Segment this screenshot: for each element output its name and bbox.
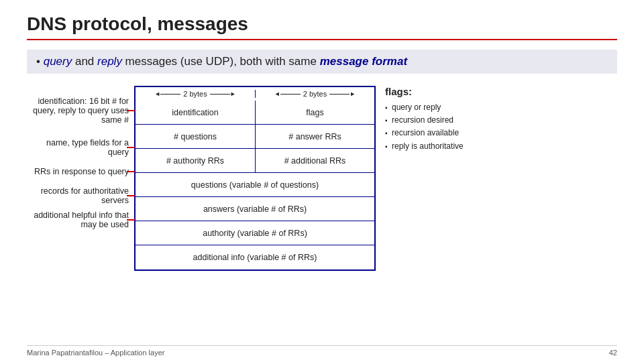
arrow-left2: ◄ <box>274 90 301 97</box>
arrow-left-head2: ◄ <box>274 90 280 97</box>
right-arrow-line2 <box>329 94 350 95</box>
bytes-header-right: ◄ 2 bytes ► <box>255 90 374 98</box>
label-rrs: RRs in response to query <box>27 160 134 184</box>
table-row-4: questions (variable # of questions) <box>136 173 374 197</box>
slide-title: DNS protocol, messages <box>27 13 617 40</box>
label-records: records for authoritative servers <box>27 184 134 208</box>
cell-authority-variable: authority (variable # of RRs) <box>136 221 374 245</box>
table-row-3: # authority RRs # additional RRs <box>136 149 374 173</box>
bytes-left-label: 2 bytes <box>183 90 207 98</box>
bullet-and: and <box>72 55 97 68</box>
right-arrow-line-small <box>210 94 230 95</box>
cell-questions-variable: questions (variable # of questions) <box>136 173 374 196</box>
cell-answers-variable: answers (variable # of RRs) <box>136 197 374 221</box>
arrow-right-head2: ► <box>350 90 356 97</box>
flag-item-3: recursion available <box>385 127 519 139</box>
label-name-text: name, type fields for a query <box>27 138 129 157</box>
cell-additional-rrs: # additional RRs <box>255 149 374 172</box>
cell-additional-variable: additional info (variable # of RRs) <box>136 245 374 269</box>
footer-right: 42 <box>609 349 617 357</box>
arrow-right2: ► <box>329 90 356 97</box>
cell-answer-rrs: # answer RRs <box>255 125 374 148</box>
center-table: ◄ 2 bytes ► ◄ 2 bytes <box>134 86 376 271</box>
label-name: name, type fields for a query <box>27 135 134 160</box>
label-records-text: records for authoritative servers <box>27 186 129 205</box>
flag-item-4: reply is authoritative <box>385 140 519 153</box>
flag-item-1: query or reply <box>385 101 519 114</box>
arrow-left: ◄ <box>154 90 180 97</box>
table-row-5: answers (variable # of RRs) <box>136 197 374 221</box>
cell-authority-rrs: # authority RRs <box>136 149 255 172</box>
table-row-1: identification flags <box>136 101 374 125</box>
cell-questions: # questions <box>136 125 255 148</box>
main-content: identification: 16 bit # for query, repl… <box>27 86 617 271</box>
bytes-header-left: ◄ 2 bytes ► <box>136 90 255 98</box>
footer-left: Marina Papatriantafilou – Application la… <box>27 349 164 357</box>
bytes-right-label: 2 bytes <box>303 90 327 98</box>
bullet-suffix: messages (use UDP), both with same <box>122 55 320 68</box>
cell-identification: identification <box>136 101 255 124</box>
bullet-prefix: • <box>36 55 44 68</box>
flags-list: query or reply recursion desired recursi… <box>385 101 519 153</box>
left-labels: identification: 16 bit # for query, repl… <box>27 86 134 271</box>
label-rrs-text: RRs in response to query <box>34 167 129 176</box>
right-flags: flags: query or reply recursion desired … <box>385 86 519 271</box>
cell-flags: flags <box>255 101 374 124</box>
arrow-right-head-small: ► <box>230 90 236 97</box>
left-arrow-line <box>160 94 180 95</box>
arrow-right-small: ► <box>210 90 236 97</box>
label-additional-text: additional helpful info that may be used <box>27 210 129 229</box>
table-row-7: additional info (variable # of RRs) <box>136 245 374 269</box>
footer: Marina Papatriantafilou – Application la… <box>27 345 617 357</box>
left-arrow-line2 <box>280 94 301 95</box>
bullet-message-format: message format <box>320 55 407 68</box>
slide: DNS protocol, messages • query and reply… <box>0 0 644 362</box>
bullet-line: • query and reply messages (use UDP), bo… <box>27 50 617 74</box>
bytes-header-row: ◄ 2 bytes ► ◄ 2 bytes <box>136 87 374 101</box>
bullet-query: query <box>44 55 72 68</box>
table-row-6: authority (variable # of RRs) <box>136 221 374 245</box>
label-additional: additional helpful info that may be used <box>27 208 134 232</box>
bullet-reply: reply <box>97 55 122 68</box>
label-id-text: identification: 16 bit # for query, repl… <box>27 97 129 125</box>
arrow-left-head: ◄ <box>154 90 160 97</box>
label-id: identification: 16 bit # for query, repl… <box>27 86 134 135</box>
flags-title: flags: <box>385 86 519 97</box>
table-row-2: # questions # answer RRs <box>136 125 374 149</box>
flag-item-2: recursion desired <box>385 114 519 127</box>
